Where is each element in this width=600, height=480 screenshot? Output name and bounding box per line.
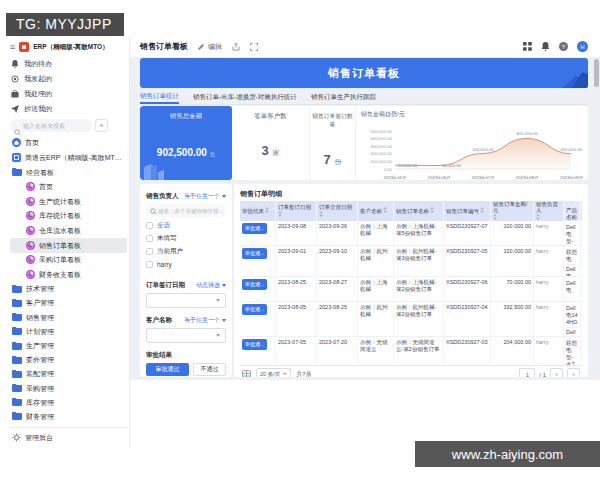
sidebar-folder-库存管理[interactable]: 库存管理 (10, 396, 127, 410)
stat-card-customers[interactable]: 签单客户数 3 家 (232, 106, 310, 180)
page-size-select[interactable]: 20 条/页 (256, 368, 291, 377)
sidebar-folder-客户管理[interactable]: 客户管理 (10, 296, 127, 310)
table-view-icon[interactable] (242, 370, 251, 377)
sidebar-folder-财务管理[interactable]: 财务管理 (10, 410, 127, 424)
tab-0[interactable]: 销售订单统计 (140, 90, 179, 104)
column-header-0[interactable]: 审批结果 (240, 201, 276, 221)
filter-date-op[interactable]: 动态筛选 (196, 281, 226, 290)
tab-1[interactable]: 销售订单-出库-退换货-对账执行统计 (193, 90, 297, 104)
stat-card-orders[interactable]: 销售订单签订数量 7 份 (310, 106, 356, 180)
approval-filter-1[interactable]: 不通过 (193, 363, 226, 376)
column-header-5[interactable]: 销售订单编号 (444, 201, 491, 221)
checkbox[interactable] (146, 222, 153, 229)
sort-icon[interactable] (383, 207, 387, 214)
approval-filter-0[interactable]: 审批通过 (146, 363, 189, 376)
sidebar-search: + (10, 116, 127, 135)
svg-text:46,000.00: 46,000.00 (442, 163, 462, 168)
date-select[interactable] (146, 293, 226, 308)
sidebar-folder-装配管理[interactable]: 装配管理 (10, 367, 127, 381)
sort-icon[interactable] (265, 207, 269, 214)
owner-search-input[interactable] (146, 204, 226, 217)
chart-title: 销售金额趋势/元 (359, 110, 585, 119)
add-button[interactable]: + (95, 119, 108, 132)
column-header-1[interactable]: 订单签订日期 (276, 201, 317, 221)
owner-option-2[interactable]: 当前用户 (146, 245, 226, 258)
customer-select[interactable] (146, 328, 226, 343)
approval-badge[interactable]: 审批通... (242, 279, 267, 290)
apps-grid-icon[interactable] (523, 42, 532, 51)
sort-icon[interactable] (278, 211, 282, 218)
sidebar-item-personal-0[interactable]: 我的待办 (10, 56, 127, 71)
folder-icon (12, 342, 22, 351)
approval-badge[interactable]: 审批通... (242, 248, 267, 259)
avatar[interactable]: H (577, 41, 588, 52)
sidebar-item-财务收支看板[interactable]: 财务收支看板 (10, 268, 127, 283)
sidebar-folder-技术管理[interactable]: 技术管理 (10, 282, 127, 296)
sidebar-item-采购订单看板[interactable]: 采购订单看板 (10, 253, 127, 268)
chevron-down-icon (222, 319, 226, 322)
column-header-2[interactable]: 订单交货日期 (317, 201, 358, 221)
svg-text:400,000.00: 400,000.00 (370, 136, 392, 141)
sort-icon[interactable] (480, 207, 484, 214)
sidebar-item-销售订单看板[interactable]: 销售订单看板 (10, 238, 127, 253)
column-header-3[interactable]: 客户名称 (358, 201, 394, 221)
sidebar-link-1[interactable]: 简道云ERP（精细版-离散MTO）「... (10, 150, 127, 165)
sidebar-item-首页[interactable]: 首页 (10, 180, 127, 195)
sidebar-folder-生产管理[interactable]: 生产管理 (10, 339, 127, 353)
folder-icon (12, 398, 22, 407)
column-header-6[interactable]: 销售订单金额/元 (491, 201, 534, 221)
hamburger-icon[interactable]: ≡ (10, 42, 15, 52)
svg-text:204,000.00: 204,000.00 (472, 147, 494, 152)
approval-badge[interactable]: 审批通... (242, 339, 267, 350)
app-icon (12, 153, 21, 163)
stat-card-total-amount[interactable]: 销售总金额 902,500.00 元 (140, 106, 232, 180)
order-table-card: 销售订单明细 审批结果订单签订日期订单交货日期客户名称销售订单名称销售订单编号销… (234, 184, 588, 377)
checkbox[interactable] (146, 235, 153, 242)
banner-title: 销售订单看板 (328, 66, 400, 81)
edit-button[interactable]: 编辑 (198, 42, 222, 52)
sidebar-item-生产统计看板[interactable]: 生产统计看板 (10, 195, 127, 210)
sidebar-folder-采购管理[interactable]: 采购管理 (10, 381, 127, 395)
sidebar-folder-计划管理[interactable]: 计划管理 (10, 325, 127, 339)
sidebar-group-dashboards[interactable]: 经营看板 (10, 165, 127, 180)
approval-badge[interactable]: 审批通... (242, 304, 267, 315)
owner-option-0[interactable]: 全选 (146, 219, 226, 232)
sidebar-search-input[interactable] (10, 119, 92, 132)
checkbox[interactable] (146, 248, 153, 255)
processed-icon (10, 90, 19, 98)
svg-text:100,000.00: 100,000.00 (370, 159, 392, 164)
column-header-4[interactable]: 销售订单名称 (394, 201, 444, 221)
sidebar-item-personal-1[interactable]: 我发起的 (10, 71, 127, 86)
sidebar-folder-委外管理[interactable]: 委外管理 (10, 353, 127, 367)
folder-icon (12, 327, 22, 336)
owner-option-3[interactable]: harry (146, 258, 226, 271)
sort-icon[interactable] (430, 207, 434, 214)
fullscreen-button[interactable] (250, 43, 258, 51)
help-icon[interactable]: ? (559, 42, 568, 51)
filter-customer-op[interactable]: 等于任意一个 (184, 316, 226, 325)
column-header-7[interactable]: 销售负责人 (534, 201, 564, 221)
filter-owner-op[interactable]: 等于任意一个 (184, 192, 226, 201)
scrollbar[interactable] (594, 59, 599, 377)
owner-option-1[interactable]: 未填写 (146, 232, 226, 245)
bell-icon[interactable] (541, 42, 550, 51)
sidebar-link-0[interactable]: 首页 (10, 135, 127, 150)
scrollbar-thumb[interactable] (594, 59, 599, 87)
prev-page-button[interactable]: ‹ (550, 368, 563, 377)
current-page-box[interactable]: 1 (519, 368, 535, 377)
sidebar-item-personal-2[interactable]: 我处理的 (10, 86, 127, 101)
sidebar-item-personal-3[interactable]: 抄送我的 (10, 101, 127, 116)
checkbox[interactable] (146, 261, 153, 268)
sidebar-item-仓库流水看板[interactable]: 仓库流水看板 (10, 224, 127, 239)
column-header-8[interactable]: 产品名称 (564, 201, 581, 221)
tab-2[interactable]: 销售订单生产执行跟踪 (311, 90, 376, 104)
approval-badge[interactable]: 审批通... (242, 223, 267, 234)
area-chart: 0.00100,000.00200,000.00300,000.00400,00… (359, 119, 585, 180)
share-button[interactable] (232, 43, 240, 51)
building-illustration (142, 158, 172, 180)
sidebar-item-库存统计看板[interactable]: 库存统计看板 (10, 209, 127, 224)
sidebar-folder-销售管理[interactable]: 销售管理 (10, 311, 127, 325)
sidebar-item-admin[interactable]: 管理后台 (10, 430, 127, 445)
sort-icon[interactable] (319, 211, 323, 218)
next-page-button[interactable]: › (567, 368, 580, 377)
